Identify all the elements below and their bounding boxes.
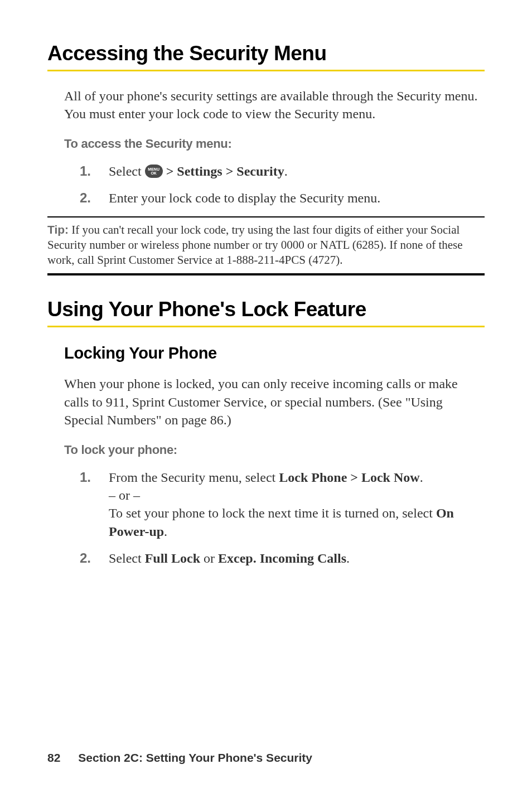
step-period: . — [164, 524, 167, 539]
step-period: . — [420, 470, 423, 485]
step-bold: Full Lock — [145, 551, 200, 565]
step-content: Select Full Lock or Excep. Incoming Call… — [109, 549, 485, 567]
subheading-to-access: To access the Security menu: — [64, 137, 485, 151]
step-number: 2. — [80, 189, 109, 207]
step-content: Select MENUOK > Settings > Security. — [109, 162, 485, 180]
step-text: Select — [109, 551, 145, 565]
step-content: Enter your lock code to display the Secu… — [109, 189, 485, 207]
tip-text: If you can't recall your lock code, try … — [47, 223, 463, 267]
step-period: . — [284, 164, 288, 178]
subheading-to-lock: To lock your phone: — [64, 443, 485, 457]
page-footer: 82Section 2C: Setting Your Phone's Secur… — [47, 751, 312, 765]
step-text: or — [200, 551, 218, 565]
heading-accessing-security: Accessing the Security Menu — [47, 42, 485, 65]
divider-yellow — [47, 326, 485, 327]
tip-label: Tip: — [47, 223, 69, 236]
intro-paragraph-1: All of your phone's security settings ar… — [64, 87, 485, 123]
divider-yellow — [47, 70, 485, 71]
tip-block: Tip: If you can't recall your lock code,… — [47, 216, 485, 276]
footer-section: Section 2C: Setting Your Phone's Securit… — [78, 751, 312, 764]
step-1-lock: 1. From the Security menu, select Lock P… — [80, 468, 485, 541]
heading-lock-feature: Using Your Phone's Lock Feature — [47, 298, 485, 321]
subheading-locking-phone: Locking Your Phone — [64, 344, 485, 362]
step-number: 1. — [80, 162, 109, 180]
intro-paragraph-2: When your phone is locked, you can only … — [64, 375, 485, 429]
step-number: 2. — [80, 549, 109, 567]
step-number: 1. — [80, 468, 109, 541]
step-bold: Lock Phone > Lock Now — [279, 470, 419, 485]
step-or: – or – — [109, 488, 140, 502]
step-2-lock: 2. Select Full Lock or Excep. Incoming C… — [80, 549, 485, 567]
step-bold-path: > Settings > Security — [163, 164, 284, 178]
step-text: To set your phone to lock the next time … — [109, 506, 436, 520]
step-bold: Excep. Incoming Calls — [218, 551, 346, 565]
menu-ok-icon: MENUOK — [145, 165, 163, 178]
step-content: From the Security menu, select Lock Phon… — [109, 468, 485, 541]
step-1-access: 1. Select MENUOK > Settings > Security. — [80, 162, 485, 180]
step-text: Select — [109, 164, 145, 178]
step-text: From the Security menu, select — [109, 470, 279, 485]
step-period: . — [346, 551, 350, 565]
page-number: 82 — [47, 751, 60, 764]
step-2-access: 2. Enter your lock code to display the S… — [80, 189, 485, 207]
